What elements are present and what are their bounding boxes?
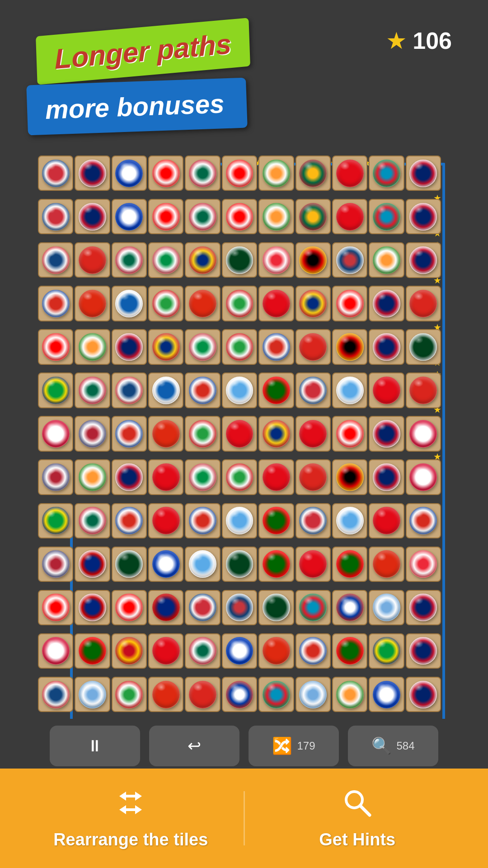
- tile[interactable]: [296, 242, 331, 278]
- tile[interactable]: [296, 199, 331, 234]
- tile[interactable]: [38, 242, 73, 278]
- tile[interactable]: [185, 416, 220, 451]
- tile[interactable]: [258, 373, 294, 408]
- tile[interactable]: [332, 503, 367, 538]
- tile[interactable]: [369, 286, 404, 321]
- tile[interactable]: [75, 242, 110, 278]
- tile[interactable]: [369, 329, 404, 364]
- tile[interactable]: [258, 677, 294, 712]
- tile[interactable]: [148, 547, 183, 582]
- tile[interactable]: [185, 677, 220, 712]
- undo-button[interactable]: ↩: [149, 726, 239, 766]
- tile[interactable]: [406, 547, 441, 582]
- tile[interactable]: [75, 416, 110, 451]
- tile[interactable]: [406, 373, 441, 408]
- tile[interactable]: [185, 459, 220, 495]
- tile[interactable]: [112, 547, 147, 582]
- tile[interactable]: [332, 329, 367, 364]
- tile[interactable]: [75, 677, 110, 712]
- tile[interactable]: [148, 416, 183, 451]
- tile[interactable]: [296, 547, 331, 582]
- tile[interactable]: [296, 633, 331, 669]
- tile[interactable]: [296, 590, 331, 625]
- tile[interactable]: [258, 199, 294, 234]
- tile[interactable]: [148, 633, 183, 669]
- tile[interactable]: [406, 633, 441, 669]
- tile[interactable]: [222, 329, 257, 364]
- tile[interactable]: [38, 373, 73, 408]
- tile[interactable]: [222, 416, 257, 451]
- tile[interactable]: [185, 286, 220, 321]
- tile[interactable]: [296, 373, 331, 408]
- tile[interactable]: [258, 286, 294, 321]
- tile[interactable]: [332, 459, 367, 495]
- tile[interactable]: [38, 286, 73, 321]
- tile[interactable]: [112, 503, 147, 538]
- tile[interactable]: [185, 590, 220, 625]
- tile[interactable]: [222, 547, 257, 582]
- tile[interactable]: [148, 677, 183, 712]
- tile[interactable]: [222, 373, 257, 408]
- tile[interactable]: [148, 199, 183, 234]
- tile[interactable]: [296, 329, 331, 364]
- tile[interactable]: [75, 286, 110, 321]
- tile[interactable]: [332, 373, 367, 408]
- tile[interactable]: [258, 329, 294, 364]
- tile[interactable]: [222, 677, 257, 712]
- tile[interactable]: [75, 547, 110, 582]
- tile[interactable]: [296, 156, 331, 191]
- tile[interactable]: [112, 242, 147, 278]
- tile[interactable]: [185, 373, 220, 408]
- tile[interactable]: [258, 590, 294, 625]
- tile[interactable]: [332, 590, 367, 625]
- tile[interactable]: [185, 156, 220, 191]
- tile[interactable]: [406, 503, 441, 538]
- pause-button[interactable]: ⏸: [50, 726, 140, 766]
- tile[interactable]: [258, 459, 294, 495]
- tile-grid[interactable]: [36, 154, 443, 764]
- tile[interactable]: [332, 242, 367, 278]
- tile[interactable]: [75, 373, 110, 408]
- tile[interactable]: [406, 286, 441, 321]
- tile[interactable]: [75, 633, 110, 669]
- tile[interactable]: [38, 199, 73, 234]
- tile[interactable]: [148, 503, 183, 538]
- tile[interactable]: [332, 416, 367, 451]
- tile[interactable]: [369, 503, 404, 538]
- tile[interactable]: [222, 503, 257, 538]
- tile[interactable]: [258, 503, 294, 538]
- tile[interactable]: [148, 286, 183, 321]
- tile[interactable]: [185, 199, 220, 234]
- tile[interactable]: [406, 590, 441, 625]
- tile[interactable]: [148, 242, 183, 278]
- tile[interactable]: [406, 242, 441, 278]
- tile[interactable]: [332, 677, 367, 712]
- tile[interactable]: [112, 677, 147, 712]
- tile[interactable]: [258, 242, 294, 278]
- tile[interactable]: [185, 329, 220, 364]
- tile[interactable]: [369, 199, 404, 234]
- tile[interactable]: [75, 156, 110, 191]
- tile[interactable]: [38, 156, 73, 191]
- tile[interactable]: [296, 459, 331, 495]
- tile[interactable]: [112, 459, 147, 495]
- tile[interactable]: [332, 199, 367, 234]
- tile[interactable]: [112, 373, 147, 408]
- tile[interactable]: [222, 633, 257, 669]
- tile[interactable]: [185, 547, 220, 582]
- tile[interactable]: [148, 329, 183, 364]
- tile[interactable]: [258, 416, 294, 451]
- tile[interactable]: [406, 459, 441, 495]
- tile[interactable]: [75, 329, 110, 364]
- tile[interactable]: [75, 590, 110, 625]
- tile[interactable]: [38, 329, 73, 364]
- tile[interactable]: [332, 156, 367, 191]
- tile[interactable]: [112, 286, 147, 321]
- tile[interactable]: [222, 156, 257, 191]
- hint-button-control[interactable]: 🔍 584: [348, 726, 438, 766]
- tile[interactable]: [296, 286, 331, 321]
- tile[interactable]: [222, 459, 257, 495]
- tile[interactable]: [406, 677, 441, 712]
- tile[interactable]: [112, 416, 147, 451]
- tile[interactable]: [38, 633, 73, 669]
